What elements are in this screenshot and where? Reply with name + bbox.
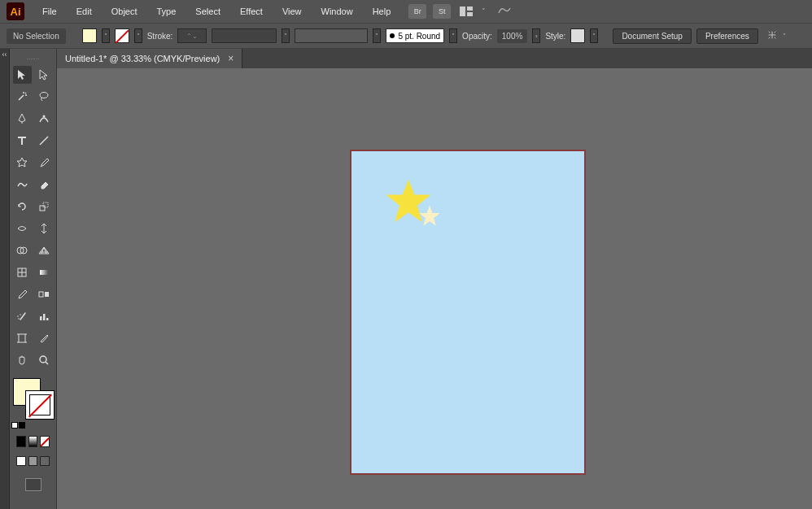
workspace: ‹‹ ·······: [0, 49, 812, 509]
svg-rect-15: [46, 318, 49, 320]
perspective-grid-tool[interactable]: [35, 241, 54, 259]
gradient-tool[interactable]: [35, 263, 54, 281]
rotate-tool[interactable]: [13, 198, 32, 215]
svg-rect-14: [43, 314, 46, 320]
menu-help[interactable]: Help: [365, 3, 399, 20]
symbol-sprayer-tool[interactable]: [13, 307, 32, 325]
brush-def-caret[interactable]: ˅: [373, 28, 381, 43]
svg-rect-16: [19, 334, 25, 342]
fill-dropdown[interactable]: ˅: [102, 28, 110, 43]
menu-bar: Ai File Edit Object Type Select Effect V…: [0, 0, 812, 23]
brush-dropdown[interactable]: ˅: [449, 28, 457, 43]
star-tool[interactable]: [13, 154, 32, 172]
menu-window[interactable]: Window: [313, 3, 361, 20]
blend-tool[interactable]: [35, 285, 54, 303]
color-mode-gradient[interactable]: [28, 436, 38, 447]
svg-rect-2: [467, 12, 473, 16]
panel-gutter[interactable]: ‹‹: [0, 49, 10, 509]
stroke-weight-stepper[interactable]: ⌃⌄: [177, 28, 207, 43]
column-graph-tool[interactable]: [35, 307, 54, 325]
brush-def-dropdown-empty[interactable]: [295, 28, 368, 43]
stroke-color-box[interactable]: [26, 391, 54, 419]
style-swatch[interactable]: [570, 28, 585, 43]
menu-object[interactable]: Object: [103, 3, 146, 20]
stroke-dropdown[interactable]: ˅: [134, 28, 142, 43]
width-tool[interactable]: [13, 220, 32, 237]
shaper-tool[interactable]: [13, 176, 32, 194]
color-mode-none[interactable]: [40, 436, 50, 447]
shape-builder-tool[interactable]: [13, 241, 32, 259]
screen-mode[interactable]: [13, 478, 53, 491]
lasso-tool[interactable]: [35, 88, 54, 106]
variable-width-profile[interactable]: [212, 28, 277, 43]
stroke-label: Stroke:: [147, 32, 173, 41]
artboard-tool[interactable]: [13, 329, 32, 347]
fill-swatch[interactable]: [82, 28, 97, 43]
drawing-mode-inside[interactable]: [40, 456, 50, 466]
small-star-shape[interactable]: [418, 205, 441, 228]
toolbar-grip[interactable]: ·······: [13, 55, 53, 62]
free-transform-tool[interactable]: [35, 220, 54, 237]
magic-wand-tool[interactable]: [13, 88, 32, 106]
arrange-caret-icon[interactable]: ˅: [482, 7, 486, 15]
document-setup-button[interactable]: Document Setup: [613, 28, 692, 44]
control-bar: No Selection ˅ ˅ Stroke: ⌃⌄ ˅ ˅ 5 pt. Ro…: [0, 23, 812, 49]
gpu-icon[interactable]: [497, 5, 512, 18]
document-tab[interactable]: Untitled-1* @ 33.33% (CMYK/Preview) ×: [57, 49, 242, 68]
menu-edit[interactable]: Edit: [68, 3, 100, 20]
style-label: Style:: [545, 32, 565, 41]
artboard[interactable]: [350, 150, 586, 475]
menu-file[interactable]: File: [34, 3, 65, 20]
vwp-dropdown[interactable]: ˅: [282, 28, 290, 43]
drawing-mode-behind[interactable]: [28, 456, 38, 466]
direct-selection-tool[interactable]: [35, 66, 54, 84]
paintbrush-tool[interactable]: [35, 154, 54, 172]
svg-rect-1: [467, 7, 473, 11]
menu-view[interactable]: View: [274, 3, 310, 20]
drawing-mode-normal[interactable]: [16, 456, 26, 466]
svg-rect-5: [40, 206, 45, 211]
fill-stroke-indicator[interactable]: [13, 378, 54, 419]
tools-panel: ·······: [10, 49, 57, 509]
document-tab-strip: Untitled-1* @ 33.33% (CMYK/Preview) ×: [57, 49, 812, 68]
svg-rect-10: [40, 270, 48, 275]
curvature-tool[interactable]: [35, 110, 54, 128]
zoom-tool[interactable]: [35, 351, 54, 369]
opacity-dropdown[interactable]: ›: [532, 28, 540, 43]
color-mode-solid[interactable]: [16, 436, 26, 447]
selection-state: No Selection: [7, 28, 66, 44]
align-panel-icon[interactable]: [766, 29, 778, 42]
viewport[interactable]: [57, 68, 812, 509]
line-tool[interactable]: [35, 132, 54, 150]
svg-rect-11: [39, 292, 43, 297]
menu-type[interactable]: Type: [149, 3, 185, 20]
selection-tool[interactable]: [13, 66, 32, 84]
style-dropdown[interactable]: ˅: [590, 28, 598, 43]
scale-tool[interactable]: [35, 198, 54, 215]
type-tool[interactable]: [13, 132, 32, 150]
mesh-tool[interactable]: [13, 263, 32, 281]
svg-rect-13: [40, 316, 42, 320]
menu-select[interactable]: Select: [187, 3, 229, 20]
gutter-handle[interactable]: ‹‹: [0, 49, 9, 60]
hand-tool[interactable]: [13, 351, 32, 369]
bridge-icon[interactable]: Br: [408, 4, 426, 19]
brush-definition[interactable]: 5 pt. Round: [386, 28, 444, 43]
menu-effect[interactable]: Effect: [232, 3, 271, 20]
document-tab-title: Untitled-1* @ 33.33% (CMYK/Preview): [65, 54, 220, 63]
align-caret[interactable]: ˅: [783, 33, 786, 40]
preferences-button[interactable]: Preferences: [696, 28, 758, 44]
swap-default-icons[interactable]: [11, 422, 25, 429]
stroke-swatch[interactable]: [115, 28, 129, 43]
svg-rect-12: [45, 292, 49, 297]
stock-icon[interactable]: St: [433, 4, 451, 19]
svg-point-4: [42, 115, 45, 118]
slice-tool[interactable]: [35, 329, 54, 347]
eyedropper-tool[interactable]: [13, 285, 32, 303]
pen-tool[interactable]: [13, 110, 32, 128]
tab-close-icon[interactable]: ×: [228, 53, 234, 64]
opacity-label: Opacity:: [462, 32, 492, 41]
eraser-tool[interactable]: [35, 176, 54, 194]
arrange-docs-icon[interactable]: [457, 4, 475, 19]
opacity-value[interactable]: 100%: [497, 29, 528, 43]
